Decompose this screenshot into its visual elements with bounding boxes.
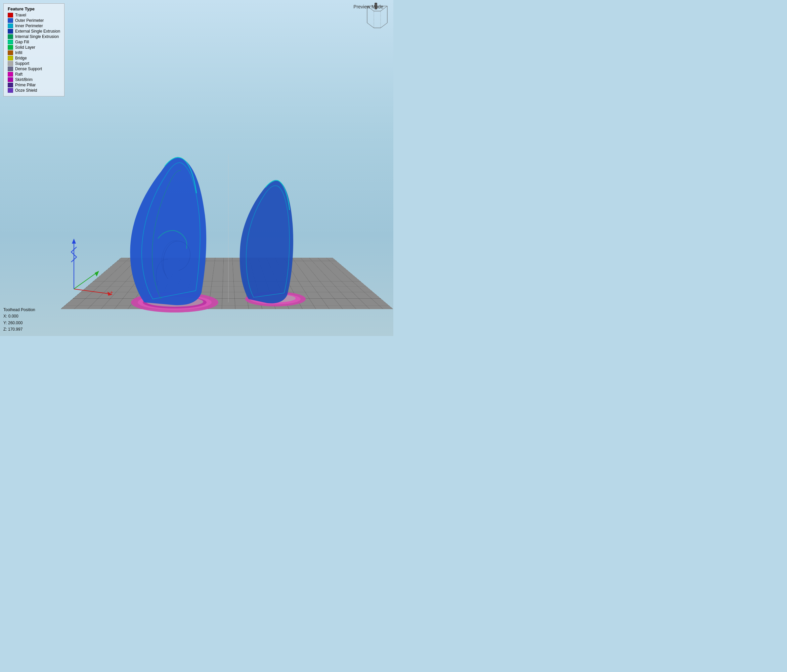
legend-color-swatch: [8, 88, 13, 93]
legend-item: Dense Support: [8, 66, 60, 71]
legend-color-swatch: [8, 66, 13, 71]
legend-item: Internal Single Extrusion: [8, 34, 60, 39]
legend-item: Gap Fill: [8, 40, 60, 44]
legend-item: Inner Perimeter: [8, 24, 60, 28]
legend-item-label: Skirt/Brim: [15, 77, 33, 82]
legend-item: Infill: [8, 51, 60, 55]
legend-color-swatch: [8, 40, 13, 44]
svg-text:+: +: [110, 289, 113, 295]
toolhead-title: Toolhead Position: [3, 307, 35, 313]
preview-mode-label: Preview Mode: [353, 4, 383, 9]
legend-item-label: Inner Perimeter: [15, 24, 43, 28]
legend-color-swatch: [8, 77, 13, 82]
legend-item-label: Internal Single Extrusion: [15, 34, 59, 39]
svg-marker-14: [95, 271, 99, 277]
legend-item-label: Ooze Shield: [15, 88, 37, 93]
legend-item: Solid Layer: [8, 45, 60, 50]
legend-color-swatch: [8, 61, 13, 66]
legend-panel: Feature Type TravelOuter PerimeterInner …: [3, 3, 65, 96]
svg-line-19: [367, 23, 374, 28]
legend-color-swatch: [8, 45, 13, 50]
legend-color-swatch: [8, 18, 13, 23]
legend-color-swatch: [8, 24, 13, 28]
legend-color-swatch: [8, 51, 13, 55]
legend-item-label: Bridge: [15, 56, 27, 60]
legend-item: Prime Pillar: [8, 83, 60, 87]
legend-item: Skirt/Brim: [8, 77, 60, 82]
legend-item: Travel: [8, 13, 60, 17]
legend-item: Raft: [8, 72, 60, 77]
legend-item-label: Dense Support: [15, 66, 42, 71]
legend-color-swatch: [8, 83, 13, 87]
legend-item: External Single Extrusion: [8, 29, 60, 33]
3d-model: [101, 138, 336, 323]
legend-item: Outer Perimeter: [8, 18, 60, 23]
svg-marker-9: [72, 239, 76, 244]
legend-title: Feature Type: [8, 6, 60, 11]
legend-color-swatch: [8, 13, 13, 17]
legend-color-swatch: [8, 34, 13, 39]
svg-line-18: [381, 23, 387, 28]
svg-line-10: [74, 289, 111, 294]
legend-item-label: Travel: [15, 13, 26, 17]
legend-item-label: Raft: [15, 72, 22, 77]
axis-indicator: +: [47, 235, 114, 296]
legend-color-swatch: [8, 29, 13, 33]
legend-color-swatch: [8, 72, 13, 77]
toolhead-x: X: 0.000: [3, 313, 35, 319]
legend-color-swatch: [8, 56, 13, 60]
legend-item: Bridge: [8, 56, 60, 60]
legend-item-label: External Single Extrusion: [15, 29, 60, 33]
legend-item: Support: [8, 61, 60, 66]
legend-item: Ooze Shield: [8, 88, 60, 93]
legend-item-label: Solid Layer: [15, 45, 35, 50]
legend-item-label: Infill: [15, 51, 22, 55]
toolhead-y: Y: 260.000: [3, 320, 35, 326]
legend-item-label: Gap Fill: [15, 40, 29, 44]
toolhead-info: Toolhead Position X: 0.000 Y: 260.000 Z:…: [3, 307, 35, 333]
legend-item-label: Prime Pillar: [15, 83, 36, 87]
3d-viewport[interactable]: + Feature Type TravelOuter PerimeterInne…: [0, 0, 394, 336]
svg-line-13: [74, 272, 97, 289]
legend-item-label: Support: [15, 61, 29, 66]
legend-item-label: Outer Perimeter: [15, 18, 44, 23]
toolhead-z: Z: 170.997: [3, 326, 35, 333]
